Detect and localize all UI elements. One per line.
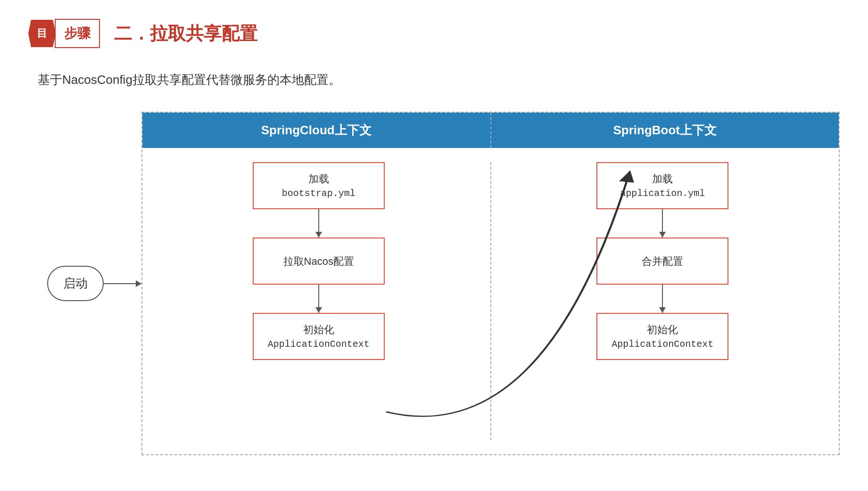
- step-label: 步骤: [55, 19, 100, 48]
- left-column: 加载 bootstrap.yml 拉取Nacos配置 初始化 Applicati…: [161, 162, 491, 440]
- left-box-2: 拉取Nacos配置: [253, 237, 385, 285]
- step-badge: 目 步骤: [28, 19, 100, 48]
- right-arrow-1: [662, 209, 663, 237]
- start-node: 启动: [47, 266, 104, 301]
- left-box-1: 加载 bootstrap.yml: [253, 162, 385, 209]
- diagram-header: SpringCloud上下文 SpringBoot上下文: [142, 113, 839, 148]
- page: 目 步骤 二．拉取共享配置 基于NacosConfig拉取共享配置代替微服务的本…: [0, 0, 868, 474]
- diagram-wrapper: 启动 SpringCloud上下文 SpringBoot上下文 加载: [47, 112, 840, 455]
- left-box-3: 初始化 ApplicationContext: [253, 313, 385, 360]
- left-arrow-2: [318, 285, 319, 313]
- left-arrow-1: [318, 209, 319, 237]
- right-column: 加载 application.yml 合并配置 初始化 ApplicationC…: [491, 162, 820, 440]
- col-header-right: SpringBoot上下文: [491, 113, 839, 148]
- col-header-left: SpringCloud上下文: [142, 113, 491, 148]
- page-title: 二．拉取共享配置: [114, 22, 257, 46]
- right-box-2: 合并配置: [596, 237, 728, 285]
- diagram-body: 加载 bootstrap.yml 拉取Nacos配置 初始化 Applicati…: [142, 148, 839, 454]
- right-box-1: 加载 application.yml: [596, 162, 728, 209]
- right-box-3: 初始化 ApplicationContext: [596, 313, 728, 360]
- header: 目 步骤 二．拉取共享配置: [28, 19, 840, 48]
- step-icon: 目: [28, 20, 56, 47]
- description-text: 基于NacosConfig拉取共享配置代替微服务的本地配置。: [38, 72, 840, 88]
- right-arrow-2: [662, 285, 663, 313]
- diagram-table: SpringCloud上下文 SpringBoot上下文 加载 bootstra…: [141, 112, 840, 455]
- start-arrow: [104, 283, 141, 284]
